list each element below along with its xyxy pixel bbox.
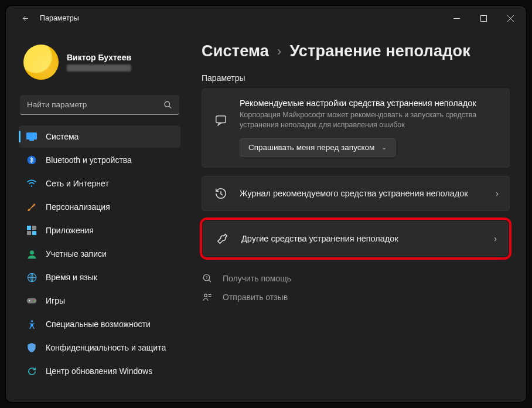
nav-item-privacy[interactable]: Конфиденциальность и защита [19,336,180,359]
wrench-icon [214,232,231,245]
nav-label: Специальные возможности [46,319,151,329]
feedback-label: Отправить отзыв [223,293,288,302]
svg-point-6 [31,185,32,186]
window-body: Виктор Бухтеев Система Bluetooth и устро… [6,30,526,402]
svg-rect-10 [32,231,36,235]
shield-icon [26,342,37,353]
search-box [20,95,179,115]
help-link[interactable]: ? Получить помощь [202,273,510,284]
window-controls [443,6,524,30]
nav-label: Учетные записи [46,249,107,259]
system-icon [26,131,37,142]
close-button[interactable] [497,6,524,30]
profile-name: Виктор Бухтеев [67,53,131,62]
svg-point-15 [33,300,35,301]
dropdown-value: Спрашивать меня перед запуском [248,143,374,152]
nav-label: Сеть и Интернет [46,179,109,188]
nav-item-bluetooth[interactable]: Bluetooth и устройства [19,149,180,171]
avatar [23,45,59,80]
crumb-leaf: Устранение неполадок [290,42,470,60]
chevron-right-icon: › [494,234,497,243]
main-content: Система › Устранение неполадок Параметры… [187,30,526,402]
nav-item-personalization[interactable]: Персонализация [19,196,180,218]
nav-item-network[interactable]: Сеть и Интернет [19,172,180,195]
user-icon [26,248,37,260]
svg-point-17 [30,320,32,322]
chevron-right-icon: › [277,44,282,59]
svg-rect-0 [453,18,460,19]
nav-label: Время и язык [46,273,97,282]
recommended-subtitle: Корпорация Майкрософт может рекомендоват… [240,110,499,130]
profile-text: Виктор Бухтеев [67,53,131,72]
svg-rect-9 [27,231,31,235]
recommended-body: Рекомендуемые настройки средства устране… [240,98,499,157]
svg-text:?: ? [206,276,208,280]
nav-item-apps[interactable]: Приложения [19,219,180,242]
accessibility-icon [26,318,37,330]
footer-links: ? Получить помощь Отправить отзыв [202,273,510,302]
nav-label: Игры [46,296,65,305]
svg-rect-1 [480,15,486,21]
other-troubleshooters-row[interactable]: Другие средства устранения неполадок › [203,221,508,256]
recommended-dropdown[interactable]: Спрашивать меня перед запуском ⌄ [240,138,395,157]
nav-item-time-language[interactable]: Время и язык [19,266,180,288]
back-button[interactable] [16,10,33,26]
nav-label: Персонализация [46,202,110,212]
history-icon [213,187,229,200]
nav-item-system[interactable]: Система [19,125,180,148]
recommended-settings-card: Рекомендуемые настройки средства устране… [202,89,510,168]
svg-rect-13 [27,298,37,304]
nav-label: Система [46,132,79,141]
profile-email-redacted [67,64,131,72]
crumb-root[interactable]: Система [202,42,269,60]
svg-point-14 [29,300,30,301]
nav-label: Bluetooth и устройства [46,155,132,165]
svg-rect-18 [216,116,226,123]
section-label: Параметры [202,73,510,83]
svg-point-5 [28,156,36,165]
globe-icon [26,271,37,283]
chevron-down-icon: ⌄ [381,144,387,151]
maximize-button[interactable] [470,6,497,30]
nav-label: Центр обновления Windows [46,366,152,376]
nav-item-accessibility[interactable]: Специальные возможности [19,313,180,335]
other-troubleshooters-highlight: Другие средства устранения неполадок › [202,219,510,258]
apps-icon [26,225,37,236]
nav-item-windows-update[interactable]: Центр обновления Windows [19,360,180,382]
feedback-link[interactable]: Отправить отзыв [202,292,510,302]
bluetooth-icon [26,154,37,166]
recommended-title: Рекомендуемые настройки средства устране… [240,98,499,108]
help-icon: ? [202,273,213,284]
nav-label: Конфиденциальность и защита [46,343,166,352]
svg-rect-8 [32,226,36,230]
search-icon [163,101,172,110]
help-label: Получить помощь [223,274,291,283]
nav-item-accounts[interactable]: Учетные записи [19,243,180,265]
feedback-icon [202,292,213,302]
window-title: Параметры [40,14,79,22]
svg-rect-3 [26,132,37,140]
other-label: Другие средства устранения неполадок [241,234,483,243]
chevron-right-icon: › [496,189,499,198]
update-icon [26,365,37,377]
nav-list: Система Bluetooth и устройства Сеть и Ин… [16,123,183,385]
svg-rect-7 [27,226,31,230]
svg-point-2 [165,101,170,107]
svg-rect-4 [29,140,34,141]
sidebar: Виктор Бухтеев Система Bluetooth и устро… [6,30,187,402]
history-row[interactable]: Журнал рекомендуемого средства устранени… [202,176,510,211]
search-input[interactable] [20,95,179,115]
minimize-button[interactable] [443,6,470,30]
svg-point-11 [29,250,33,254]
nav-item-gaming[interactable]: Игры [19,290,180,312]
settings-window: Параметры Виктор Бухтеев [6,6,526,402]
chat-icon [213,114,229,127]
svg-point-16 [34,301,35,302]
nav-label: Приложения [46,226,94,235]
wifi-icon [26,178,37,189]
history-label: Журнал рекомендуемого средства устранени… [240,189,485,198]
gamepad-icon [26,295,37,307]
brush-icon [26,201,37,213]
profile-block[interactable]: Виктор Бухтеев [16,30,183,91]
breadcrumb: Система › Устранение неполадок [202,42,510,60]
